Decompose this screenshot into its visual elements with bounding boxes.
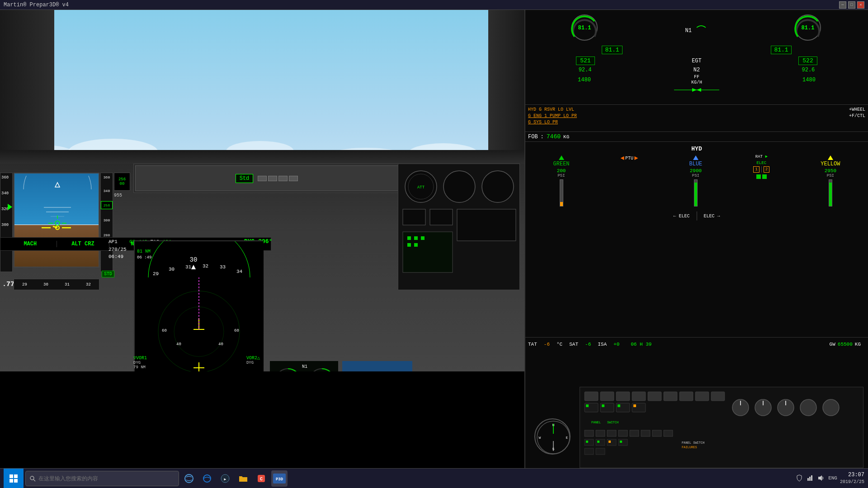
svg-text:34: 34 xyxy=(236,269,243,274)
n2-left: 92.4 xyxy=(579,67,592,73)
svg-rect-121 xyxy=(586,441,588,443)
hyd-sq-1 xyxy=(756,174,761,179)
bank-indicator xyxy=(14,176,99,267)
svg-text:60: 60 xyxy=(162,328,167,333)
svg-rect-96 xyxy=(633,404,636,407)
search-icon xyxy=(29,475,36,482)
arrow-right-icon: ► xyxy=(634,155,638,162)
fma-mach: MACH xyxy=(4,241,57,247)
svg-rect-28 xyxy=(407,236,411,240)
hyd-squares xyxy=(756,174,767,179)
ff-label: FFKG/H xyxy=(691,75,702,85)
svg-text:06 :49: 06 :49 xyxy=(137,255,151,260)
svg-rect-85 xyxy=(664,392,677,401)
minimize-button[interactable]: ─ xyxy=(839,1,846,9)
svg-point-131 xyxy=(30,476,34,480)
warn-right-1: +WHEEL xyxy=(849,107,865,113)
ecam-systems-panel: 81.1 N1 81.1 81.1 81.1 xyxy=(524,10,868,477)
ptu-label: PTU xyxy=(625,156,633,161)
ie-icon xyxy=(202,474,212,483)
svg-text:32: 32 xyxy=(203,263,208,269)
svg-text:E: E xyxy=(566,436,568,440)
hyd-blue-bar xyxy=(694,179,698,206)
svg-rect-88 xyxy=(711,392,725,401)
taskbar-btn-ie[interactable] xyxy=(199,470,215,487)
svg-rect-24 xyxy=(403,209,425,225)
fcu-panel[interactable]: Std xyxy=(135,165,398,191)
security-icon xyxy=(796,474,803,482)
ecam-upper-svg: 81.1 81.1 N1 521 EGT 522 N2 92.4 92.6 xyxy=(270,361,340,371)
maximize-button[interactable]: □ xyxy=(848,1,855,9)
svg-point-102 xyxy=(800,399,816,416)
sel-alt-display: 256 00 xyxy=(114,173,130,191)
n1-left-gauge: 81.1 xyxy=(570,13,599,44)
svg-rect-30 xyxy=(421,236,425,240)
svg-rect-141 xyxy=(807,478,809,481)
window-controls: ─ □ ✕ xyxy=(839,1,864,9)
ptu-section: ◄ PTU ► xyxy=(621,155,638,162)
svg-rect-114 xyxy=(664,430,673,436)
rat-elec-section: RAT ► ELEC 1 2 xyxy=(753,155,769,179)
hyd-yellow-value: 2950 xyxy=(821,168,840,174)
egt-section: 521 EGT 522 xyxy=(528,56,866,65)
search-bar[interactable] xyxy=(25,471,179,486)
svg-rect-111 xyxy=(630,430,639,436)
gw-value: 65500 xyxy=(838,342,853,347)
hyd-yellow-triangle xyxy=(828,155,833,160)
volume-icon xyxy=(817,474,825,482)
ap1-label: AP1 xyxy=(108,239,118,244)
svg-text:FAILURES: FAILURES xyxy=(682,446,697,449)
svg-text:PANEL: PANEL xyxy=(591,421,601,424)
ecam-warnings: HYD G RSVR LO LVL G ENG 1 PUMP LO PR G S… xyxy=(525,105,868,132)
vor-indicators: ▽VOR1 DYG 79 NM VOR2△ DYG xyxy=(133,355,260,370)
svg-rect-32 xyxy=(414,243,418,247)
simulation-viewport[interactable]: Std 81.1 xyxy=(0,10,524,371)
elec-right-label: ELEC → xyxy=(704,214,720,219)
svg-rect-93 xyxy=(586,404,589,407)
hyd-green: GREEN 200 PSI xyxy=(553,155,570,208)
hyd-green-value: 200 xyxy=(553,168,570,174)
fcu-btn-4[interactable] xyxy=(289,176,298,181)
svg-rect-109 xyxy=(607,430,616,436)
svg-text:SWITCH: SWITCH xyxy=(607,421,618,424)
svg-rect-107 xyxy=(585,430,594,436)
hyd-blue: BLUE 2900 PSI xyxy=(689,155,703,208)
taskbar-btn-app1[interactable]: C xyxy=(253,470,269,487)
start-button[interactable] xyxy=(4,469,24,488)
taskbar-btn-steam[interactable]: ▶ xyxy=(217,470,233,487)
taskbar-btn-edge[interactable] xyxy=(181,470,197,487)
fcu-btn-1[interactable] xyxy=(258,176,267,181)
alt-extra: 955 xyxy=(114,193,122,198)
svg-rect-94 xyxy=(602,404,604,407)
svg-rect-122 xyxy=(597,441,599,443)
clock-display: 23:07 2019/2/25 xyxy=(840,471,864,485)
sat-label: SAT xyxy=(569,342,578,347)
n1-left-svg: 81.1 xyxy=(570,13,599,42)
gw-display: GW 65500 KG xyxy=(830,340,865,349)
close-button[interactable]: ✕ xyxy=(857,1,864,9)
taskbar-btn-p3d[interactable]: P3D xyxy=(271,470,288,487)
svg-text:81.1: 81.1 xyxy=(802,25,815,31)
hyd-yellow-label: YELLOW xyxy=(821,161,840,167)
svg-rect-82 xyxy=(616,392,630,401)
compass-svg: N S W E xyxy=(535,419,571,455)
hyd-yellow-bar xyxy=(829,179,832,206)
svg-rect-84 xyxy=(648,392,661,401)
fcu-btn-2[interactable] xyxy=(268,176,277,181)
svg-rect-142 xyxy=(809,477,811,481)
gw-label: GW xyxy=(830,342,835,347)
n1-label: N1 xyxy=(685,23,708,34)
taskbar-btn-folder[interactable] xyxy=(235,470,251,487)
svg-text:▶: ▶ xyxy=(224,477,226,481)
elec2: 2 xyxy=(764,166,769,173)
svg-rect-83 xyxy=(632,392,646,401)
search-input[interactable] xyxy=(38,475,156,482)
sat-value: -6 xyxy=(585,342,591,347)
hyd-blue-label: BLUE xyxy=(689,161,703,167)
time-display: 06 H 39 xyxy=(631,342,651,347)
svg-rect-25 xyxy=(430,209,453,225)
app-title: Martin® Prepar3D® v4 xyxy=(4,2,839,8)
warn-right-2: +F/CTL xyxy=(849,113,865,119)
svg-text:30: 30 xyxy=(190,256,198,263)
fcu-btn-3[interactable] xyxy=(278,176,288,181)
